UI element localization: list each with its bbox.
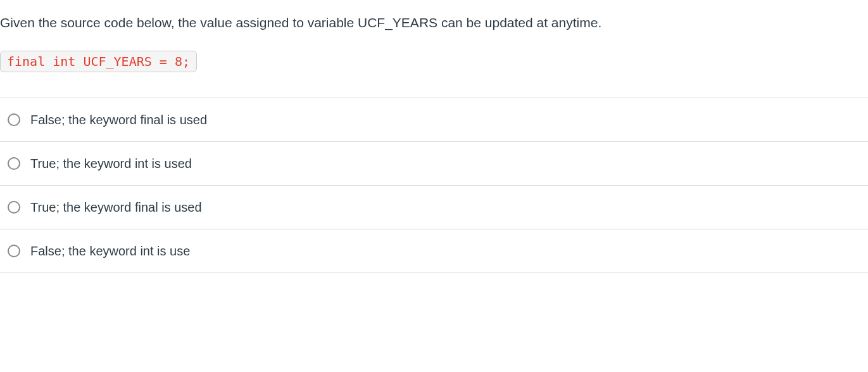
code-block: final int UCF_YEARS = 8; <box>0 51 197 72</box>
question-text: Given the source code below, the value a… <box>0 0 868 43</box>
code-snippet: final int UCF_YEARS = 8; <box>0 43 868 98</box>
option-label: True; the keyword int is used <box>30 155 192 172</box>
option-1[interactable]: False; the keyword final is used <box>0 98 868 142</box>
options-list: False; the keyword final is used True; t… <box>0 98 868 273</box>
radio-icon[interactable] <box>8 113 20 126</box>
option-label: False; the keyword int is use <box>30 242 190 260</box>
option-4[interactable]: False; the keyword int is use <box>0 229 868 273</box>
radio-icon[interactable] <box>8 245 20 257</box>
radio-icon[interactable] <box>8 201 20 214</box>
option-2[interactable]: True; the keyword int is used <box>0 142 868 186</box>
option-3[interactable]: True; the keyword final is used <box>0 186 868 229</box>
option-label: False; the keyword final is used <box>30 111 207 129</box>
radio-icon[interactable] <box>8 157 20 170</box>
option-label: True; the keyword final is used <box>30 198 202 216</box>
